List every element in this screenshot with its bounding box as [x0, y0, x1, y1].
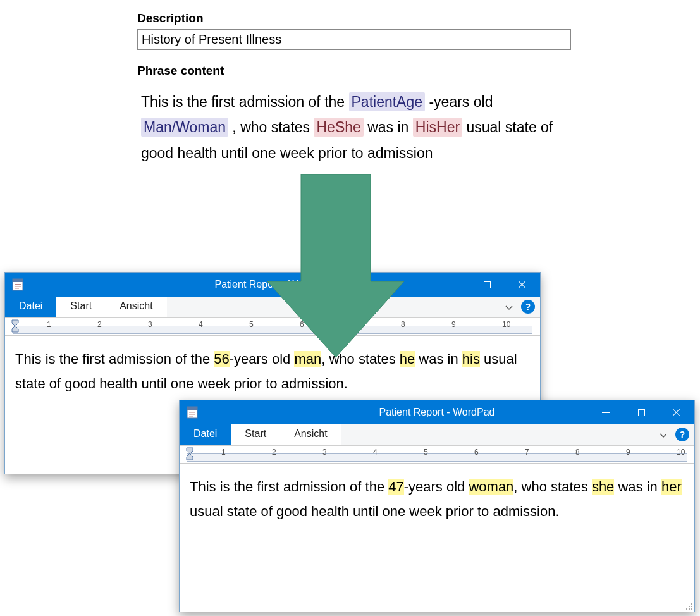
variable-tag-heshe[interactable]: HeShe [314, 118, 363, 137]
ruler-tick: 3 [148, 320, 152, 329]
wordpad-window-2: Patient Report - WordPad Datei Start Ans… [179, 400, 695, 612]
tab-ansicht[interactable]: Ansicht [280, 424, 341, 445]
svg-point-19 [689, 608, 690, 610]
tab-start[interactable]: Start [56, 297, 106, 317]
window-close-button[interactable] [659, 400, 694, 424]
svg-rect-4 [15, 286, 21, 287]
svg-point-15 [691, 603, 692, 605]
window-maximize-button[interactable] [469, 273, 505, 297]
window-maximize-button[interactable] [623, 400, 659, 424]
phrase-content-label: Phrase content [137, 64, 571, 78]
ruler-tick: 4 [373, 448, 378, 457]
ruler-tick: 6 [474, 448, 479, 457]
svg-point-17 [691, 606, 692, 607]
document-body[interactable]: This is the first admission of the 47-ye… [180, 464, 694, 535]
window-minimize-button[interactable] [588, 400, 623, 424]
window-close-button[interactable] [505, 273, 540, 297]
description-input[interactable] [137, 29, 571, 50]
resize-grip-icon[interactable] [684, 601, 693, 610]
ribbon: Datei Start Ansicht ? [180, 424, 694, 446]
variable-tag-hisher[interactable]: HisHer [413, 118, 462, 137]
ribbon-collapse-icon[interactable] [654, 424, 673, 445]
description-label: Description [137, 11, 571, 25]
highlight-heshe: she [592, 479, 614, 495]
window-minimize-button[interactable] [434, 273, 469, 297]
svg-rect-10 [189, 412, 195, 413]
ruler-indent-marker-icon[interactable] [186, 447, 193, 461]
wordpad-app-icon [186, 406, 199, 419]
ruler-tick: 7 [525, 448, 529, 457]
tab-datei[interactable]: Datei [5, 297, 56, 317]
svg-point-18 [686, 608, 687, 610]
tab-ansicht[interactable]: Ansicht [106, 297, 166, 317]
svg-point-16 [689, 606, 690, 607]
tab-datei[interactable]: Datei [180, 424, 231, 445]
svg-marker-14 [187, 453, 193, 460]
ruler-indent-marker-icon[interactable] [11, 319, 19, 333]
ruler-tick: 9 [626, 448, 630, 457]
svg-rect-5 [15, 288, 19, 289]
highlight-age: 56 [214, 351, 229, 367]
svg-rect-12 [189, 416, 193, 417]
ruler-tick: 10 [677, 448, 685, 457]
highlight-gender: woman [469, 479, 513, 495]
ruler-tick: 4 [199, 320, 203, 329]
ruler-tick: 2 [272, 448, 276, 457]
help-button[interactable]: ? [675, 428, 689, 441]
ruler-tick: 3 [322, 448, 327, 457]
ruler-tick: 5 [249, 320, 254, 329]
ruler-tick: 9 [451, 320, 456, 329]
arrow-down-icon [266, 174, 405, 364]
svg-marker-7 [12, 326, 18, 332]
svg-rect-2 [13, 279, 23, 282]
ruler-tick: 1 [221, 448, 226, 457]
highlight-hisher: his [462, 351, 480, 367]
ruler-tick: 1 [47, 320, 51, 329]
variable-tag-patientage[interactable]: PatientAge [349, 92, 426, 111]
ribbon-collapse-icon[interactable] [500, 297, 519, 317]
svg-rect-3 [15, 284, 21, 285]
ruler[interactable]: 1 2 3 4 5 6 7 8 9 10 [180, 446, 694, 464]
svg-marker-0 [267, 174, 404, 357]
ruler-tick: 10 [502, 320, 510, 329]
wordpad-app-icon [11, 278, 24, 291]
svg-point-20 [691, 608, 692, 610]
svg-rect-9 [187, 407, 197, 410]
window-titlebar[interactable]: Patient Report - WordPad [180, 400, 694, 424]
ruler-tick: 2 [97, 320, 102, 329]
phrase-content-area[interactable]: This is the first admission of the Patie… [137, 87, 571, 168]
ruler-tick: 8 [575, 448, 580, 457]
svg-rect-11 [189, 414, 195, 415]
help-button[interactable]: ? [521, 300, 535, 314]
variable-tag-man-woman[interactable]: Man/Woman [141, 118, 228, 137]
phrase-definition-form: Description Phrase content This is the f… [123, 0, 585, 194]
tab-start[interactable]: Start [231, 424, 280, 445]
highlight-age: 47 [388, 479, 403, 495]
highlight-hisher: her [661, 479, 682, 495]
ruler-tick: 5 [424, 448, 428, 457]
